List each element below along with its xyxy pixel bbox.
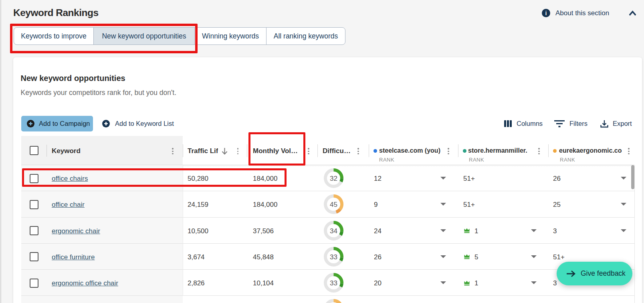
svg-text:45: 45 [330, 201, 337, 208]
svg-text:33: 33 [330, 253, 337, 261]
svg-text:32: 32 [330, 175, 337, 182]
svg-text:34: 34 [330, 227, 337, 234]
svg-text:33: 33 [330, 279, 337, 287]
